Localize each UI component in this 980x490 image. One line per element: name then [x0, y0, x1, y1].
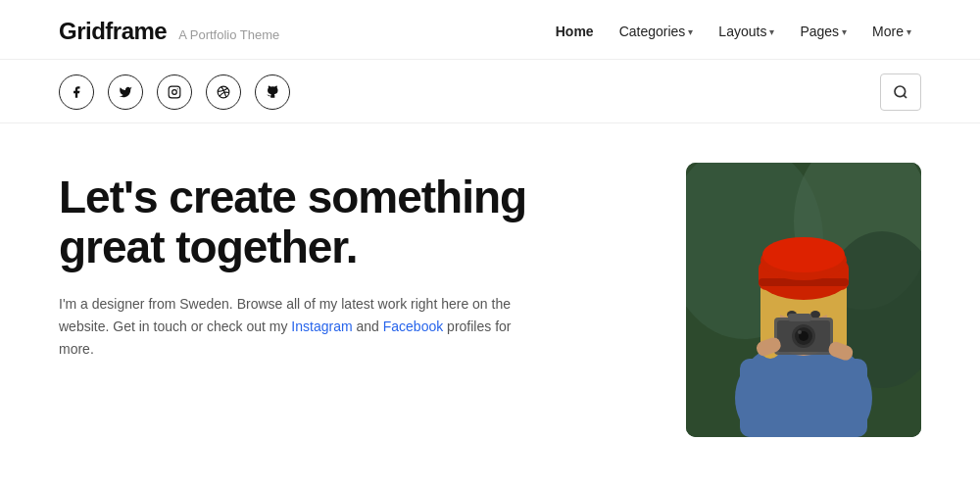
hero-text: Let's create somethinggreat together. I'… [59, 163, 647, 361]
chevron-down-icon: ▾ [842, 26, 847, 37]
nav-item-layouts[interactable]: Layouts ▾ [709, 18, 784, 45]
svg-rect-11 [740, 359, 867, 437]
facebook-link[interactable]: Facebook [383, 318, 443, 334]
chevron-down-icon: ▾ [769, 26, 774, 37]
github-icon[interactable] [255, 74, 290, 110]
dribbble-icon[interactable] [206, 74, 241, 110]
hero-section: Let's create somethinggreat together. I'… [0, 123, 980, 466]
nav-item-home[interactable]: Home [546, 18, 604, 45]
hero-image [686, 163, 921, 437]
chevron-down-icon: ▾ [906, 26, 911, 37]
twitter-icon[interactable] [108, 74, 143, 110]
site-header: Gridframe A Portfolio Theme Home Categor… [0, 0, 980, 60]
chevron-down-icon: ▾ [688, 26, 693, 37]
social-icons [59, 74, 290, 110]
hero-heading: Let's create somethinggreat together. [59, 172, 647, 271]
hero-description: I'm a designer from Sweden. Browse all o… [59, 293, 529, 361]
svg-point-2 [177, 88, 178, 89]
nav-item-pages[interactable]: Pages ▾ [790, 18, 857, 45]
svg-rect-0 [169, 86, 180, 98]
facebook-icon[interactable] [59, 74, 94, 110]
nav-item-more[interactable]: More ▾ [862, 18, 921, 45]
brand-name: Gridframe [59, 18, 167, 45]
nav-item-categories[interactable]: Categories ▾ [610, 18, 704, 45]
svg-point-29 [798, 330, 802, 334]
svg-point-4 [895, 86, 906, 97]
instagram-icon[interactable] [157, 74, 192, 110]
instagram-link[interactable]: Instagram [291, 318, 352, 334]
social-bar [0, 60, 980, 123]
svg-rect-30 [788, 314, 811, 321]
svg-line-5 [904, 95, 906, 98]
search-button[interactable] [880, 74, 921, 111]
brand: Gridframe A Portfolio Theme [59, 18, 279, 45]
svg-point-1 [172, 90, 177, 95]
svg-point-21 [762, 237, 845, 272]
svg-point-23 [810, 311, 820, 318]
brand-tagline: A Portfolio Theme [178, 27, 279, 42]
main-nav: Home Categories ▾ Layouts ▾ Pages ▾ More… [546, 18, 921, 45]
